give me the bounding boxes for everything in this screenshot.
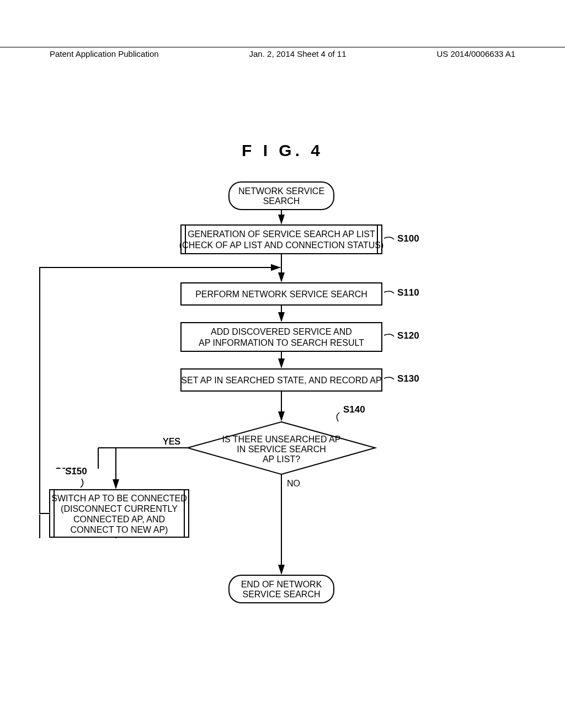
label-s110: S110 [397, 287, 419, 298]
s130-line1: SET AP IN SEARCHED STATE, AND RECORD AP [181, 376, 381, 385]
s110-line1: PERFORM NETWORK SERVICE SEARCH [195, 290, 367, 299]
node-end: END OF NETWORK SERVICE SEARCH [229, 575, 334, 603]
label-s130: S130 [397, 373, 419, 384]
svg-rect-36 [36, 538, 179, 555]
s140-line2: IN SERVICE SEARCH [237, 445, 326, 454]
flowchart-svg: NETWORK SERVICE SEARCH GENERATION OF SER… [33, 176, 530, 612]
node-start: NETWORK SERVICE SEARCH [229, 182, 334, 210]
s150c-line3: CONNECTED AP, AND [73, 515, 165, 524]
s140-line3: AP LIST? [263, 454, 300, 464]
page-header: Patent Application Publication Jan. 2, 2… [0, 47, 565, 58]
label-s140: S140 [343, 404, 365, 415]
s150c-line1: SWITCH AP TO BE CONNECTED [51, 494, 186, 503]
label-s100: S100 [397, 233, 419, 244]
s150c-line4: CONNECT TO NEW AP) [71, 525, 168, 534]
header-left: Patent Application Publication [50, 47, 159, 58]
start-line1: NETWORK SERVICE [238, 186, 324, 196]
s100-line2: (CHECK OF AP LIST AND CONNECTION STATUS) [179, 240, 383, 250]
s140-line1: IS THERE UNSEARCHED AP [222, 435, 341, 444]
s150c-line2: (DISCONNECT CURRENTLY [61, 504, 178, 513]
header-center: Jan. 2, 2014 Sheet 4 of 11 [249, 47, 347, 58]
header-right: US 2014/0006633 A1 [436, 47, 515, 58]
flowchart: NETWORK SERVICE SEARCH GENERATION OF SER… [33, 176, 530, 612]
node-s110: PERFORM NETWORK SERVICE SEARCH [181, 283, 382, 305]
label-s150c: S150 [65, 466, 87, 477]
start-line2: SEARCH [263, 196, 300, 206]
s120-line2: AP INFORMATION TO SEARCH RESULT [199, 338, 364, 347]
end-line1: END OF NETWORK [241, 580, 322, 589]
s120-line1: ADD DISCOVERED SERVICE AND [211, 327, 352, 336]
node-s120: ADD DISCOVERED SERVICE AND AP INFORMATIO… [181, 323, 382, 351]
edge-yes3: YES [163, 437, 180, 446]
label-s120: S120 [397, 330, 419, 341]
edge-no: NO [287, 479, 300, 488]
figure-title: F I G. 4 [0, 141, 565, 160]
node-s130: SET AP IN SEARCHED STATE, AND RECORD AP [181, 369, 382, 391]
node-s100: GENERATION OF SERVICE SEARCH AP LIST (CH… [179, 225, 383, 254]
s100-line1: GENERATION OF SERVICE SEARCH AP LIST [188, 229, 375, 239]
node-s150-c: SWITCH AP TO BE CONNECTED (DISCONNECT CU… [50, 490, 189, 537]
end-line2: SERVICE SEARCH [242, 590, 320, 599]
node-s140: IS THERE UNSEARCHED AP IN SERVICE SEARCH… [188, 422, 375, 474]
